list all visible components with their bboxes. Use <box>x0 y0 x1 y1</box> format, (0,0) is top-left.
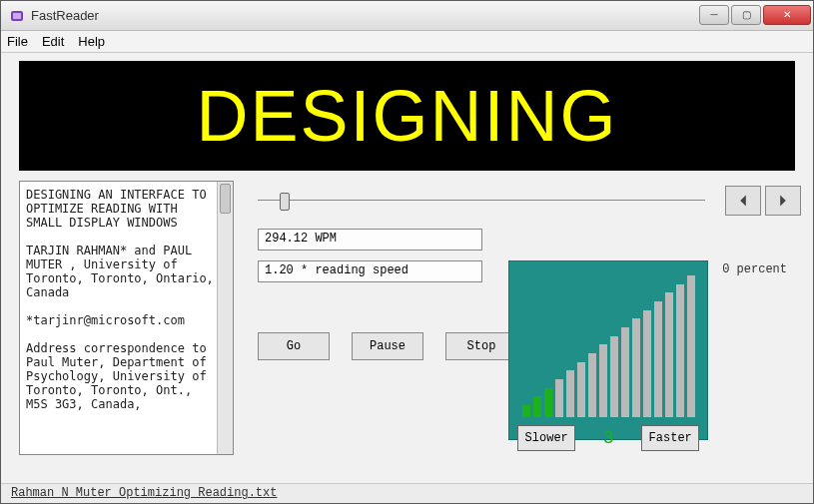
svg-rect-1 <box>13 13 21 19</box>
speed-bar <box>577 362 585 417</box>
speed-bar <box>522 405 530 417</box>
app-icon <box>9 8 25 24</box>
speed-bar <box>676 284 684 417</box>
speed-box: Slower 3 Faster <box>508 260 708 440</box>
statusbar: Rahman_N_Muter_Optimizing_Reading.txt <box>1 483 813 503</box>
speed-bar <box>566 370 574 417</box>
app-window: FastReader ─ ▢ ✕ File Edit Help DESIGNIN… <box>0 0 814 504</box>
speed-bar <box>687 275 695 417</box>
position-slider[interactable] <box>258 191 705 211</box>
window-buttons: ─ ▢ ✕ <box>697 5 811 27</box>
speed-bar <box>654 301 662 417</box>
source-text-pane[interactable]: DESIGNING AN INTERFACE TO OPTIMIZE READI… <box>19 181 234 455</box>
mid-section: DESIGNING AN INTERFACE TO OPTIMIZE READI… <box>13 181 801 479</box>
current-word: DESIGNING <box>196 75 617 157</box>
speed-bar <box>599 344 607 417</box>
go-button[interactable]: Go <box>258 332 330 360</box>
stop-button[interactable]: Stop <box>445 332 517 360</box>
minimize-button[interactable]: ─ <box>699 5 729 25</box>
speed-bars <box>517 269 699 425</box>
menu-file[interactable]: File <box>7 34 28 49</box>
slider-track-line <box>258 200 705 201</box>
close-button[interactable]: ✕ <box>763 5 811 25</box>
menu-help[interactable]: Help <box>78 34 105 49</box>
speed-bar <box>588 353 596 417</box>
chevron-left-icon <box>736 194 750 208</box>
speed-bar <box>643 310 651 417</box>
slider-knob[interactable] <box>280 193 290 211</box>
position-row <box>258 183 801 219</box>
reader-display: DESIGNING <box>19 61 795 171</box>
speed-bar <box>621 327 629 417</box>
speed-bar <box>544 388 552 417</box>
speed-factor-display: 1.20 * reading speed <box>258 260 482 282</box>
speed-bar <box>533 396 541 417</box>
pause-button[interactable]: Pause <box>352 332 423 360</box>
progress-percent: 0 percent <box>722 260 787 276</box>
speed-area: Slower 3 Faster 0 percent <box>508 260 787 440</box>
source-text: DESIGNING AN INTERFACE TO OPTIMIZE READI… <box>26 188 227 411</box>
menubar: File Edit Help <box>1 31 813 53</box>
nav-arrows <box>725 186 801 216</box>
wpm-display: 294.12 WPM <box>258 229 482 251</box>
client-area: DESIGNING DESIGNING AN INTERFACE TO OPTI… <box>1 53 813 483</box>
window-title: FastReader <box>31 8 697 23</box>
menu-edit[interactable]: Edit <box>42 34 64 49</box>
controls-area: 294.12 WPM 1.20 * reading speed Go Pause… <box>234 181 801 479</box>
speed-bar <box>632 318 640 417</box>
speed-bar <box>610 336 618 417</box>
speed-level: 3 <box>583 428 633 448</box>
status-filename: Rahman_N_Muter_Optimizing_Reading.txt <box>11 486 277 500</box>
maximize-button[interactable]: ▢ <box>731 5 761 25</box>
prev-button[interactable] <box>725 186 761 216</box>
next-button[interactable] <box>765 186 801 216</box>
scrollbar[interactable] <box>217 182 233 454</box>
titlebar: FastReader ─ ▢ ✕ <box>1 1 813 31</box>
speed-bar <box>555 379 563 417</box>
faster-button[interactable]: Faster <box>641 425 699 451</box>
scrollbar-thumb[interactable] <box>220 184 231 214</box>
speed-bar <box>665 292 673 417</box>
chevron-right-icon <box>776 194 790 208</box>
slower-button[interactable]: Slower <box>517 425 575 451</box>
speed-controls: Slower 3 Faster <box>517 425 699 451</box>
